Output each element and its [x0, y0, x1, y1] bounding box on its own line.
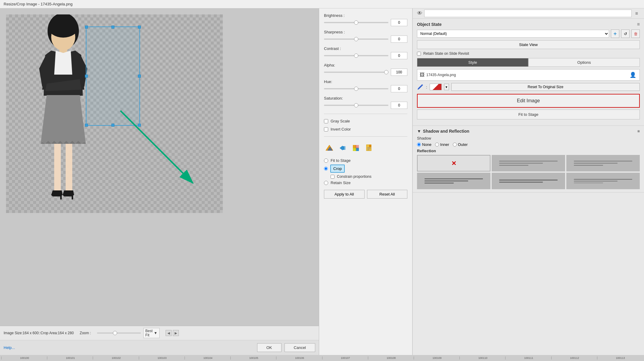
brightness-slider[interactable]: [324, 22, 388, 23]
color-dropdown-btn[interactable]: ▼: [444, 84, 449, 90]
ok-button[interactable]: OK: [257, 343, 282, 352]
reflection-option-5[interactable]: [492, 173, 565, 189]
crop-handle-bl[interactable]: [85, 124, 88, 127]
retain-size-radio[interactable]: [324, 181, 328, 185]
help-link[interactable]: Help...: [4, 344, 15, 351]
crop-handle-mr[interactable]: [138, 75, 141, 78]
apply-to-all-button[interactable]: Apply to All: [324, 190, 365, 199]
alpha-slider[interactable]: [324, 72, 388, 73]
checkerboard-bg: [6, 14, 223, 213]
fit-to-stage-radio[interactable]: [324, 159, 328, 163]
reflection-option-none[interactable]: ✕: [417, 155, 490, 171]
hue-slider[interactable]: [324, 88, 388, 89]
crop-selection-box[interactable]: [86, 26, 140, 126]
reflection-option-2[interactable]: [492, 155, 565, 171]
shadow-outer-option[interactable]: Outer: [453, 142, 468, 147]
image-filename: 17435-Angela.png: [426, 73, 627, 77]
zoom-dropdown[interactable]: Best Fit ▼: [143, 328, 160, 338]
delete-state-btn[interactable]: 🗑: [631, 29, 640, 38]
nav-prev[interactable]: ◀: [166, 330, 172, 336]
image-size-label: Image Size:164 x 600::Crop Area:164 x 28…: [4, 331, 74, 335]
brightness-label: Brightness :: [324, 13, 407, 18]
icon-btn-rotate[interactable]: [350, 143, 361, 153]
canvas-area[interactable]: [0, 8, 319, 326]
zoom-value: Best Fit: [145, 329, 153, 337]
reflection-grid: ✕: [417, 155, 640, 189]
edit-image-button[interactable]: Edit Image: [417, 94, 640, 108]
person-icon-btn[interactable]: 👤: [629, 71, 637, 79]
reset-size-btn[interactable]: Reset To Original Size: [451, 83, 640, 91]
icon-buttons-row: [324, 143, 407, 153]
divider-2: [324, 136, 407, 137]
svg-rect-4: [54, 144, 61, 192]
shadow-none-label: None: [422, 142, 431, 147]
crop-handle-bc[interactable]: [111, 124, 114, 127]
saturation-slider[interactable]: [324, 105, 388, 106]
crop-handle-tr[interactable]: [138, 26, 141, 29]
color-swatch[interactable]: [430, 84, 442, 90]
grayscale-checkbox[interactable]: [324, 119, 328, 123]
hue-label: Hue:: [324, 79, 407, 84]
constrain-checkbox[interactable]: [331, 175, 334, 179]
ruler-mark-4: 100104: [185, 356, 230, 359]
saturation-input[interactable]: [391, 102, 407, 109]
reflection-title: Reflection: [417, 149, 640, 153]
ruler-mark-12: 100112: [551, 356, 597, 359]
crop-selected-label: Crop: [330, 165, 345, 173]
object-state-menu[interactable]: ≡: [637, 22, 640, 27]
alpha-row: Alpha:: [324, 63, 407, 76]
ruler-mark-0: 100100: [1, 356, 47, 359]
svg-rect-20: [369, 145, 371, 147]
shadow-none-option[interactable]: None: [417, 142, 431, 147]
saturation-label: Saturation:: [324, 96, 407, 100]
icon-btn-triangle[interactable]: [324, 143, 335, 153]
icon-btn-page[interactable]: [364, 143, 375, 153]
svg-rect-14: [344, 146, 346, 150]
image-editor-panel: Image Size:164 x 600::Crop Area:164 x 28…: [0, 8, 319, 355]
tab-options[interactable]: Options: [528, 58, 640, 67]
panel-menu-icon[interactable]: ≡: [633, 10, 640, 17]
reflection-option-3[interactable]: [566, 155, 640, 171]
shadow-inner-radio[interactable]: [435, 143, 439, 147]
shadow-none-radio[interactable]: [417, 143, 421, 147]
icon-btn-flip-h[interactable]: [337, 143, 348, 153]
invert-color-checkbox[interactable]: [324, 127, 328, 131]
retain-size-row: Retain Size: [324, 180, 407, 185]
nav-next[interactable]: ▶: [173, 330, 179, 336]
hue-input[interactable]: [391, 85, 407, 92]
brightness-row: Brightness :: [324, 13, 407, 26]
reflection-option-4[interactable]: [417, 173, 490, 189]
crop-handle-ml[interactable]: [85, 75, 88, 78]
retain-state-checkbox[interactable]: [417, 52, 421, 56]
crop-radio[interactable]: [324, 167, 328, 171]
crop-handle-br[interactable]: [138, 124, 141, 127]
zoom-dropdown-arrow: ▼: [154, 331, 157, 335]
contrast-slider[interactable]: [324, 55, 388, 56]
crop-handle-tl[interactable]: [85, 26, 88, 29]
tab-style[interactable]: Style: [417, 58, 528, 67]
alpha-input[interactable]: [391, 69, 407, 76]
fit-to-stage-panel-button[interactable]: Fit to Stage: [417, 110, 640, 119]
shadow-menu-icon[interactable]: ≡: [637, 129, 640, 134]
cancel-button[interactable]: Cancel: [285, 343, 315, 352]
sharpness-input[interactable]: [391, 35, 407, 43]
hue-slider-row: [324, 85, 407, 92]
shadow-inner-option[interactable]: Inner: [435, 142, 449, 147]
shadow-outer-radio[interactable]: [453, 143, 457, 147]
crop-handle-tc[interactable]: [111, 26, 114, 29]
image-name-input[interactable]: Image_17: [424, 10, 632, 17]
reset-all-button[interactable]: Reset All: [367, 190, 408, 199]
shadow-title: ▼ Shadow and Reflection ≡: [417, 129, 640, 134]
sharpness-slider[interactable]: [324, 39, 388, 40]
brightness-input[interactable]: [391, 19, 407, 26]
reflection-option-6[interactable]: [566, 173, 640, 189]
eye-icon[interactable]: 👁: [417, 10, 422, 17]
state-dropdown[interactable]: Normal (Default): [417, 30, 609, 38]
refresh-state-btn[interactable]: ↺: [621, 29, 630, 38]
contrast-input[interactable]: [391, 52, 407, 59]
collapse-icon[interactable]: ▼: [417, 129, 421, 134]
state-view-button[interactable]: State View: [417, 40, 640, 49]
zoom-slider[interactable]: [97, 332, 141, 334]
add-state-btn[interactable]: +: [611, 29, 619, 38]
image-info-row: 🖼 17435-Angela.png 👤: [417, 69, 640, 81]
